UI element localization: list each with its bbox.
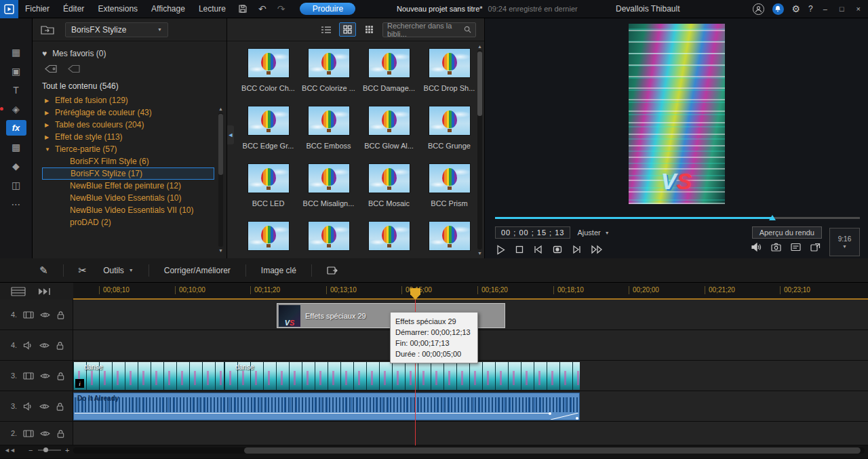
- detach-preview-icon[interactable]: [810, 243, 821, 252]
- effect-item[interactable]: BCC Damage...: [359, 45, 419, 103]
- fast-forward-button[interactable]: [591, 245, 603, 254]
- preview-scrubber[interactable]: [495, 215, 860, 221]
- effect-item[interactable]: BCC Scanline: [359, 218, 419, 258]
- scroll-left-icon[interactable]: ◄◄: [4, 447, 15, 454]
- fix-enhance-button[interactable]: Corriger/Améliorer: [156, 266, 239, 275]
- effect-item[interactable]: BCC RGB Edg...: [238, 218, 298, 258]
- tree-item[interactable]: proDAD (2): [42, 216, 214, 228]
- media-room-icon[interactable]: ▦: [6, 44, 26, 60]
- menu-item[interactable]: Lecture: [192, 4, 233, 14]
- title-room-icon[interactable]: T: [6, 82, 26, 98]
- produce-button[interactable]: Produire: [300, 3, 355, 15]
- detail-view-button[interactable]: [361, 22, 378, 37]
- scrubber-thumb[interactable]: [769, 215, 776, 220]
- tree-item[interactable]: ▶ Effet de fusion (129): [42, 94, 214, 106]
- export-clip-icon[interactable]: [319, 266, 346, 275]
- scrubber-track[interactable]: [495, 217, 860, 219]
- effect-item[interactable]: BCC Scattering: [419, 218, 479, 258]
- previous-frame-button[interactable]: [534, 245, 542, 254]
- preview-video[interactable]: V S: [629, 24, 725, 204]
- transition-room-icon[interactable]: ◈: [6, 101, 26, 117]
- tree-item[interactable]: NewBlue Video Essentials VII (10): [42, 204, 214, 216]
- grid-view-button[interactable]: [339, 22, 356, 37]
- timeline-zoom-slider[interactable]: [38, 450, 61, 451]
- maximize-button[interactable]: □: [837, 5, 846, 13]
- minimize-button[interactable]: –: [821, 5, 829, 13]
- more-rooms-icon[interactable]: ⋯: [6, 196, 26, 212]
- effect-item[interactable]: BCC Grunge: [419, 103, 479, 161]
- effect-room-icon[interactable]: fx: [6, 120, 26, 136]
- effect-item[interactable]: BCC Misalign...: [298, 161, 359, 218]
- help-icon[interactable]: ?: [808, 4, 813, 14]
- notifications-bell-icon[interactable]: [772, 3, 784, 15]
- avatar-icon[interactable]: [753, 3, 764, 15]
- tools-dropdown[interactable]: Outils ▼: [95, 266, 142, 275]
- hscrollbar-track[interactable]: [73, 447, 865, 454]
- scrollbar-track[interactable]: [218, 113, 223, 247]
- render-preview-button[interactable]: Aperçu du rendu: [752, 226, 822, 239]
- aspect-ratio-selector[interactable]: 9:16 ▼: [829, 228, 860, 256]
- zoom-slider-knob[interactable]: [43, 447, 48, 452]
- video-clip[interactable]: danse: [224, 362, 580, 390]
- keyframe-button[interactable]: Image clé: [253, 266, 304, 275]
- collection-dropdown[interactable]: BorisFX Stylize ▼: [65, 22, 168, 37]
- effect-item[interactable]: BCC Prism: [419, 161, 479, 218]
- stop-button[interactable]: [515, 245, 524, 254]
- scroll-down-icon[interactable]: ▼: [218, 248, 223, 253]
- tree-item[interactable]: ▶ Table des couleurs (204): [42, 119, 214, 131]
- all-content-row[interactable]: Tout le contenu (546): [42, 78, 226, 94]
- app-logo[interactable]: [0, 0, 18, 18]
- tree-item[interactable]: ▼ Tierce-partie (57): [42, 143, 214, 155]
- zoom-fit-dropdown[interactable]: Ajuster ▼: [577, 228, 609, 237]
- library-scrollbar[interactable]: ▲ ▼: [217, 106, 224, 253]
- tree-item[interactable]: BorisFX Stylize (17): [42, 167, 214, 180]
- split-scissors-icon[interactable]: ✂: [71, 264, 96, 277]
- effect-item[interactable]: BCC Color Ch...: [238, 45, 298, 103]
- effect-item[interactable]: BCC Mosaic: [359, 161, 419, 218]
- tree-item[interactable]: ▶ Effet de style (113): [42, 131, 214, 143]
- next-frame-button[interactable]: [572, 245, 581, 254]
- effects-scrollbar[interactable]: ▲ ▼: [477, 44, 483, 256]
- volume-keyframe-line[interactable]: [75, 413, 551, 414]
- favorites-row[interactable]: ♥ Mes favoris (0): [42, 47, 226, 60]
- volume-keyframe-dot[interactable]: [549, 412, 551, 415]
- import-media-icon[interactable]: [41, 24, 54, 35]
- scrollbar-thumb[interactable]: [477, 52, 482, 116]
- zoom-in-button[interactable]: +: [65, 446, 69, 454]
- tree-item[interactable]: NewBlue Video Essentials (10): [42, 192, 214, 204]
- volume-keyframe-dot[interactable]: [576, 417, 578, 420]
- scroll-up-icon[interactable]: ▲: [477, 44, 482, 49]
- overlay-room-icon[interactable]: ◫: [6, 177, 26, 193]
- tag-outline-icon[interactable]: [68, 64, 83, 74]
- clip-info-badge[interactable]: i: [75, 379, 84, 388]
- audio-clip[interactable]: Do It Already: [73, 393, 580, 420]
- video-clip[interactable]: danse i: [73, 362, 224, 390]
- zoom-out-button[interactable]: −: [28, 446, 33, 454]
- effect-item[interactable]: BCC Glow Al...: [359, 103, 419, 161]
- save-icon[interactable]: [233, 4, 253, 14]
- menu-item[interactable]: Éditer: [56, 4, 91, 14]
- draw-tool-icon[interactable]: ✎: [31, 264, 56, 277]
- collapse-panel-handle[interactable]: ◄: [227, 125, 234, 144]
- settings-gear-icon[interactable]: ⚙: [792, 3, 801, 14]
- timecode-display[interactable]: 00 ; 00 ; 15 ; 13: [495, 226, 570, 239]
- scrollbar-track[interactable]: [477, 50, 482, 250]
- tree-item[interactable]: ▶ Préréglage de couleur (43): [42, 106, 214, 119]
- user-name[interactable]: Devallois Thibault: [616, 4, 680, 14]
- hscrollbar-thumb[interactable]: [244, 447, 861, 454]
- effect-item[interactable]: BCC Edge Gr...: [238, 103, 298, 161]
- redo-icon[interactable]: ↷: [272, 3, 291, 14]
- list-view-button[interactable]: [317, 22, 334, 37]
- effect-item[interactable]: BCC LED: [238, 161, 298, 218]
- effect-item[interactable]: BCC Drop Sh...: [419, 45, 479, 103]
- scrollbar-thumb[interactable]: [218, 114, 223, 175]
- snapshot-icon[interactable]: [771, 243, 781, 252]
- tree-item[interactable]: BorisFX Film Style (6): [42, 155, 214, 167]
- scroll-down-icon[interactable]: ▼: [477, 251, 482, 256]
- tag-icon[interactable]: [45, 64, 60, 74]
- scroll-up-icon[interactable]: ▲: [218, 106, 223, 111]
- particle-room-icon[interactable]: ◆: [6, 158, 26, 174]
- templates-room-icon[interactable]: ▣: [6, 63, 26, 79]
- tree-item[interactable]: NewBlue Effet de peinture (12): [42, 180, 214, 192]
- menu-item[interactable]: Affichage: [144, 4, 192, 14]
